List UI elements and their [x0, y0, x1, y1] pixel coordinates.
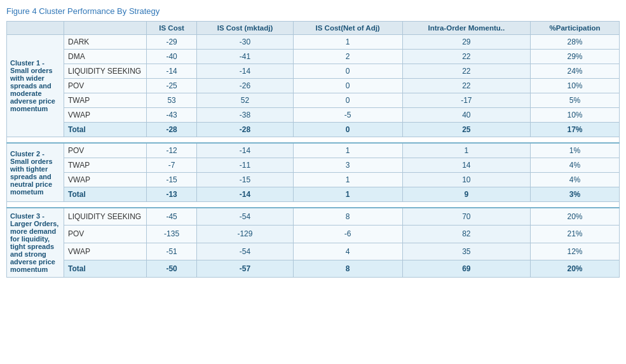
is-net-cell: 1 [293, 173, 402, 187]
is-cost-cell: -12 [147, 143, 197, 158]
is-net-cell: 0 [293, 93, 402, 108]
table-row: VWAP-15-151104% [7, 173, 620, 187]
is-cost-cell: -29 [147, 35, 197, 50]
intra-cell: 22 [402, 64, 530, 79]
spacer-row [7, 137, 620, 144]
total-row: Total-50-5786920% [7, 260, 620, 277]
intra-cell: 10 [402, 173, 530, 187]
is-net-cell: 2 [293, 50, 402, 64]
is-cost-cell: -135 [147, 226, 197, 243]
pct-cell: 5% [531, 93, 620, 108]
table-row: Cluster 1 - Small orders with wider spre… [7, 35, 620, 50]
strategy-label: DMA [64, 50, 147, 64]
total-intra: 25 [402, 123, 530, 137]
col-header-empty1 [7, 22, 64, 35]
is-net-cell: -5 [293, 108, 402, 123]
is-cost-mkt-cell: -41 [197, 50, 293, 64]
intra-cell: -17 [402, 93, 530, 108]
total-is-net: 1 [293, 187, 402, 202]
total-is-cost: -28 [147, 123, 197, 137]
is-cost-cell: -43 [147, 108, 197, 123]
pct-cell: 29% [531, 50, 620, 64]
is-net-cell: 3 [293, 158, 402, 173]
col-header-is-net: IS Cost(Net of Adj) [293, 22, 402, 35]
is-cost-cell: -51 [147, 243, 197, 260]
intra-cell: 40 [402, 108, 530, 123]
strategy-label: POV [64, 79, 147, 93]
is-net-cell: 4 [293, 243, 402, 260]
is-cost-cell: -40 [147, 50, 197, 64]
is-net-cell: 0 [293, 79, 402, 93]
strategy-label: POV [64, 226, 147, 243]
col-header-is-cost: IS Cost [147, 22, 197, 35]
pct-cell: 24% [531, 64, 620, 79]
is-cost-mkt-cell: -54 [197, 208, 293, 226]
figure-title: Figure 4 Cluster Performance By Strategy [6, 6, 620, 16]
pct-cell: 12% [531, 243, 620, 260]
total-intra: 9 [402, 187, 530, 202]
intra-cell: 22 [402, 50, 530, 64]
table-row: POV-135-129-68221% [7, 226, 620, 243]
performance-table: IS Cost IS Cost (mktadj) IS Cost(Net of … [6, 21, 620, 278]
col-header-intra: Intra-Order Momentu.. [402, 22, 530, 35]
is-net-cell: -6 [293, 226, 402, 243]
intra-cell: 35 [402, 243, 530, 260]
total-row: Total-13-14193% [7, 187, 620, 202]
is-cost-cell: -14 [147, 64, 197, 79]
total-is-mkt: -28 [197, 123, 293, 137]
total-is-mkt: -14 [197, 187, 293, 202]
total-intra: 69 [402, 260, 530, 277]
is-cost-mkt-cell: -26 [197, 79, 293, 93]
strategy-label: TWAP [64, 93, 147, 108]
pct-cell: 10% [531, 79, 620, 93]
is-cost-cell: -25 [147, 79, 197, 93]
total-label: Total [64, 187, 147, 202]
is-net-cell: 1 [293, 35, 402, 50]
col-header-is-cost-mkt: IS Cost (mktadj) [197, 22, 293, 35]
total-label: Total [64, 123, 147, 137]
intra-cell: 22 [402, 79, 530, 93]
intra-cell: 29 [402, 35, 530, 50]
is-cost-cell: -45 [147, 208, 197, 226]
strategy-label: POV [64, 143, 147, 158]
total-pct: 3% [531, 187, 620, 202]
pct-cell: 4% [531, 173, 620, 187]
total-row: Total-28-2802517% [7, 123, 620, 137]
is-net-cell: 0 [293, 64, 402, 79]
is-cost-mkt-cell: 52 [197, 93, 293, 108]
is-net-cell: 1 [293, 143, 402, 158]
total-is-net: 8 [293, 260, 402, 277]
col-header-empty2 [64, 22, 147, 35]
table-row: LIQUIDITY SEEKING-14-1402224% [7, 64, 620, 79]
spacer-row [7, 202, 620, 208]
total-pct: 17% [531, 123, 620, 137]
pct-cell: 4% [531, 158, 620, 173]
table-row: POV-25-2602210% [7, 79, 620, 93]
is-cost-mkt-cell: -14 [197, 64, 293, 79]
intra-cell: 14 [402, 158, 530, 173]
pct-cell: 10% [531, 108, 620, 123]
is-net-cell: 8 [293, 208, 402, 226]
table-row: Cluster 2 - Small orders with tighter sp… [7, 143, 620, 158]
strategy-label: VWAP [64, 173, 147, 187]
total-is-cost: -13 [147, 187, 197, 202]
strategy-label: VWAP [64, 108, 147, 123]
table-row: TWAP-7-113144% [7, 158, 620, 173]
intra-cell: 70 [402, 208, 530, 226]
intra-cell: 1 [402, 143, 530, 158]
total-is-mkt: -57 [197, 260, 293, 277]
strategy-label: LIQUIDITY SEEKING [64, 64, 147, 79]
is-cost-mkt-cell: -129 [197, 226, 293, 243]
total-is-net: 0 [293, 123, 402, 137]
is-cost-cell: 53 [147, 93, 197, 108]
strategy-label: TWAP [64, 158, 147, 173]
total-is-cost: -50 [147, 260, 197, 277]
table-row: DMA-40-4122229% [7, 50, 620, 64]
cluster-label-2: Cluster 2 - Small orders with tighter sp… [7, 143, 64, 202]
is-cost-cell: -15 [147, 173, 197, 187]
is-cost-mkt-cell: -38 [197, 108, 293, 123]
col-header-pct: %Participation [531, 22, 620, 35]
is-cost-mkt-cell: -15 [197, 173, 293, 187]
intra-cell: 82 [402, 226, 530, 243]
pct-cell: 20% [531, 208, 620, 226]
